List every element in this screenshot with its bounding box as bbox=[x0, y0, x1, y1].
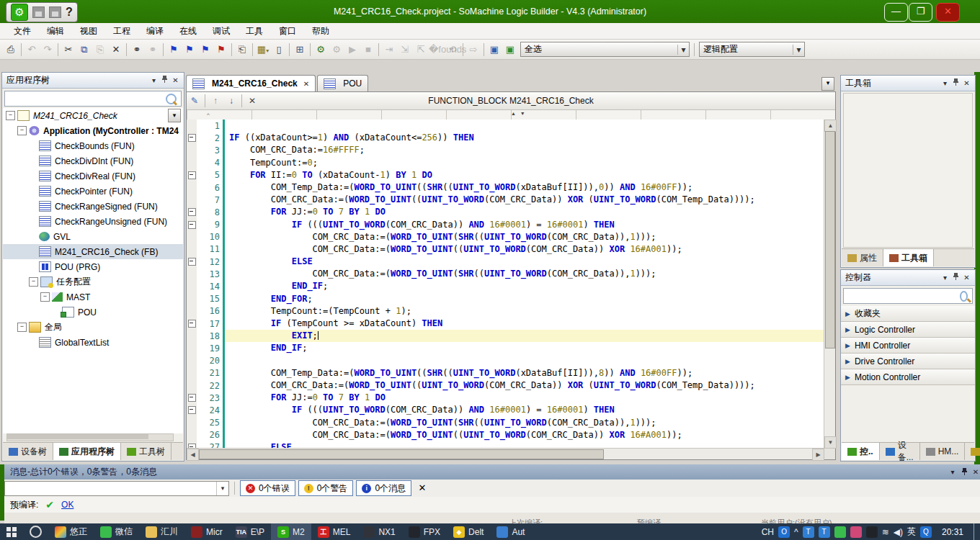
messages-pin-icon[interactable] bbox=[958, 468, 970, 477]
menu-item-9[interactable]: 窗口 bbox=[271, 23, 304, 39]
hscroll-thumb[interactable] bbox=[199, 449, 604, 459]
tab-设备[interactable]: 设备... bbox=[880, 443, 920, 460]
combo-dropdown-icon[interactable]: ▾ bbox=[793, 45, 804, 55]
tab-HM[interactable]: HM... bbox=[920, 443, 966, 460]
clipboard-icon[interactable]: ⎗ bbox=[234, 42, 250, 57]
language-indicator[interactable]: 英 bbox=[907, 526, 916, 538]
configuration-combo[interactable]: 逻辑配置▾ bbox=[699, 42, 805, 57]
device-selector-combo[interactable]: 全选▾ bbox=[520, 42, 690, 57]
tray-app-icon-2[interactable]: T bbox=[819, 526, 830, 538]
editor-tab-pou[interactable]: POU bbox=[317, 75, 368, 91]
tree-item-checkdivdint-fun-[interactable]: CheckDivDInt (FUN) bbox=[3, 153, 183, 168]
controller-group-logic-controller[interactable]: ▶Logic Controller bbox=[841, 322, 975, 338]
code-line-19[interactable]: 19 END_IF; bbox=[187, 342, 824, 354]
warnings-filter-button[interactable]: ! 0个警告 bbox=[298, 480, 354, 496]
scroll-down-icon[interactable]: ▼ bbox=[824, 436, 837, 449]
tree-expander-icon[interactable]: − bbox=[17, 323, 27, 332]
code-line-6[interactable]: 6 COM_Temp_Data:=(WORD_TO_UINT((SHR((UIN… bbox=[187, 181, 824, 194]
qq-blue-icon[interactable]: Q bbox=[920, 526, 932, 538]
fold-collapse-icon[interactable] bbox=[188, 221, 196, 229]
code-line-9[interactable]: 9 IF (((UINT_TO_WORD(COM_CRC_Data)) AND … bbox=[187, 219, 824, 231]
input-method-indicator[interactable]: CH bbox=[762, 527, 774, 537]
taskbar-search-button[interactable] bbox=[23, 523, 48, 540]
wechat-tray-icon[interactable] bbox=[834, 526, 846, 538]
tray-expand-arrow[interactable]: ^ bbox=[794, 527, 798, 537]
code-line-21[interactable]: 21 COM_Temp_Data:=(WORD_TO_UINT((SHR((UI… bbox=[187, 367, 824, 379]
scroll-up-icon[interactable]: ▲ bbox=[824, 120, 837, 132]
code-line-24[interactable]: 24 IF (((UINT_TO_WORD(COM_CRC_Data)) AND… bbox=[187, 404, 824, 416]
start-button[interactable] bbox=[0, 523, 23, 540]
minimize-button[interactable]: — bbox=[884, 3, 908, 22]
controller-close-icon[interactable]: ✕ bbox=[961, 272, 972, 283]
fold-collapse-icon[interactable] bbox=[188, 171, 196, 179]
scroll-right-icon[interactable]: ▶ bbox=[812, 449, 824, 461]
find-icon[interactable]: ⚭ bbox=[129, 42, 145, 57]
controller-search-input[interactable] bbox=[844, 290, 960, 302]
fold-collapse-icon[interactable] bbox=[188, 320, 196, 328]
tree-item-application-mycontroller-tm24[interactable]: −Application (MyController : TM24 bbox=[3, 123, 183, 138]
code-line-26[interactable]: 26 COM_CRC_Data:=(WORD_TO_UINT((UINT_TO_… bbox=[187, 429, 824, 441]
tab-不[interactable]: 不 bbox=[965, 443, 980, 460]
panel-close-icon[interactable]: ✕ bbox=[170, 75, 181, 86]
tree-item-checkrangeunsigned-fun-[interactable]: CheckRangeUnsigned (FUN) bbox=[3, 214, 183, 229]
close-button[interactable]: ✕ bbox=[936, 3, 960, 22]
message-category-combo[interactable]: ▾ bbox=[4, 481, 229, 496]
tab-工具箱[interactable]: 工具箱 bbox=[883, 249, 934, 266]
bookmark-next-icon[interactable]: ⚑ bbox=[182, 42, 197, 57]
save-all-icon[interactable] bbox=[49, 6, 61, 18]
taskbar-app-fpx[interactable]: FPX bbox=[402, 523, 447, 540]
ime-icon[interactable]: O bbox=[778, 526, 790, 538]
volume-icon[interactable]: ◀) bbox=[894, 527, 903, 537]
code-line-7[interactable]: 7 COM_CRC_Data:=(WORD_TO_UINT((UINT_TO_W… bbox=[187, 194, 824, 206]
tab-属性[interactable]: 属性 bbox=[842, 249, 883, 266]
code-line-2[interactable]: 2IF ((xDataCount>=1) AND (xDataCount<=25… bbox=[187, 132, 824, 144]
menu-item-3[interactable]: 视图 bbox=[72, 23, 105, 39]
panel-dropdown-icon[interactable]: ▾ bbox=[148, 75, 159, 86]
code-line-10[interactable]: 10 COM_CRC_Data:=(WORD_TO_UINT(SHR((UINT… bbox=[187, 231, 824, 243]
code-line-12[interactable]: 12 ELSE bbox=[187, 256, 824, 268]
clear-messages-icon[interactable]: ✕ bbox=[414, 481, 430, 495]
scroll-left-icon[interactable]: ◀ bbox=[187, 449, 199, 461]
bookmark-toggle-icon[interactable]: ⚑ bbox=[166, 42, 182, 57]
vscroll-thumb[interactable] bbox=[825, 131, 835, 348]
restore-button[interactable]: ❐ bbox=[909, 3, 932, 22]
tree-item-checkpointer-fun-[interactable]: CheckPointer (FUN) bbox=[3, 184, 183, 199]
delete-icon[interactable]: ✕ bbox=[108, 42, 124, 57]
qq-tray-icon-2[interactable] bbox=[866, 526, 878, 538]
qq-tray-icon-1[interactable] bbox=[850, 526, 862, 538]
code-line-17[interactable]: 17 IF (TempCount >= xDataCount) THEN bbox=[187, 318, 824, 330]
controller-group-motion-controller[interactable]: ▶Motion Controller bbox=[841, 369, 975, 385]
tab-list-dropdown-icon[interactable]: ▾ bbox=[821, 77, 834, 91]
taskbar-app-微信[interactable]: 微信 bbox=[94, 523, 139, 540]
menu-item-2[interactable]: 编辑 bbox=[39, 23, 72, 39]
tree-expander-icon[interactable]: − bbox=[29, 277, 38, 287]
dropdown-arrow-icon[interactable]: ▾ bbox=[266, 48, 269, 54]
tree-item-checkdivreal-fun-[interactable]: CheckDivReal (FUN) bbox=[3, 168, 183, 184]
monitor1-icon[interactable]: ▣ bbox=[486, 42, 502, 57]
tree-item-globaltextlist[interactable]: GlobalTextList bbox=[3, 335, 183, 350]
tree-item--[interactable]: −全局 bbox=[3, 320, 183, 335]
tree-item-checkrangesigned-fun-[interactable]: CheckRangeSigned (FUN) bbox=[3, 199, 183, 214]
menu-item-1[interactable]: 文件 bbox=[6, 23, 39, 39]
taskbar-app-micr[interactable]: Micr bbox=[184, 523, 229, 540]
menu-item-6[interactable]: 在线 bbox=[172, 23, 205, 39]
tree-item-checkbounds-fun-[interactable]: CheckBounds (FUN) bbox=[3, 138, 183, 153]
code-line-11[interactable]: 11 COM_CRC_Data:=(WORD_TO_UINT((UINT_TO_… bbox=[187, 243, 824, 256]
menu-item-10[interactable]: 帮助 bbox=[304, 23, 337, 39]
code-line-8[interactable]: 8 FOR JJ:=0 TO 7 BY 1 DO bbox=[187, 206, 824, 218]
tree-search-input[interactable] bbox=[5, 93, 166, 104]
panel-pin-icon[interactable] bbox=[159, 75, 170, 86]
tree-hscrollbar[interactable] bbox=[6, 433, 174, 441]
taskbar-app-nx1[interactable]: NX1 bbox=[357, 523, 401, 540]
code-line-18[interactable]: 18 EXIT; bbox=[187, 330, 824, 342]
combo-dropdown-icon[interactable]: ▾ bbox=[216, 482, 228, 495]
controller-pin-icon[interactable] bbox=[950, 272, 961, 283]
tab-控[interactable]: 控.. bbox=[842, 443, 880, 460]
controller-group-hmi-controller[interactable]: ▶HMI Controller bbox=[841, 338, 975, 354]
tree-item-m241-crc16-check[interactable]: −M241_CRC16_Check bbox=[3, 108, 183, 123]
bookmark-clear-icon[interactable]: ⚑ bbox=[213, 42, 229, 57]
split-view-control[interactable]: ▲ ▼ bbox=[511, 111, 527, 116]
toolbox-close-icon[interactable]: ✕ bbox=[961, 78, 972, 89]
library-icon[interactable]: ▦▾ bbox=[255, 42, 271, 57]
taskbar-app-悠正[interactable]: 悠正 bbox=[48, 523, 94, 540]
